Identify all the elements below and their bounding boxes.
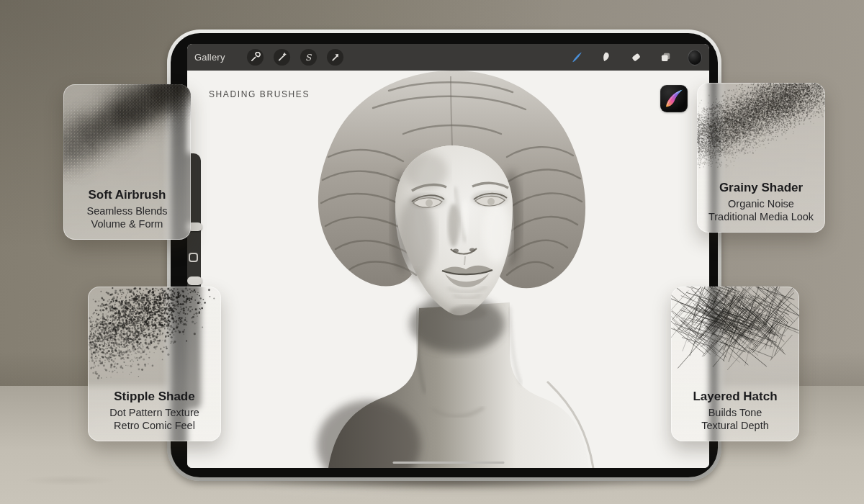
card-line: Builds Tone (671, 406, 799, 420)
actions-wrench-icon[interactable] (247, 49, 264, 66)
paint-brush-icon[interactable] (570, 50, 584, 65)
classical-bust-drawing (187, 71, 709, 468)
card-line: Textural Depth (671, 419, 799, 433)
brush-card-layered-hatch: Layered Hatch Builds Tone Textural Depth (671, 287, 799, 441)
layers-icon[interactable] (658, 50, 672, 65)
brush-card-grainy-shader: Grainy Shader Organic Noise Traditional … (697, 83, 825, 233)
card-line: Organic Noise (697, 197, 825, 211)
eraser-icon[interactable] (629, 50, 643, 65)
transform-arrow-icon[interactable] (327, 49, 343, 66)
card-text-block: Grainy Shader Organic Noise Traditional … (697, 181, 825, 224)
card-line: Traditional Media Look (697, 210, 825, 224)
procreate-screen: Gallery (187, 44, 709, 468)
brush-card-soft-airbrush: Soft Airbrush Seamless Blends Volume & F… (63, 84, 191, 240)
card-title: Layered Hatch (671, 390, 799, 404)
card-line: Volume & Form (63, 217, 191, 231)
selection-s-icon[interactable]: S (300, 49, 317, 66)
toolbar-right-group (570, 50, 702, 65)
airbrush-texture-swatch (63, 84, 191, 193)
brush-card-stipple-shade: Stipple Shade Dot Pattern Texture Retro … (88, 287, 221, 441)
active-color-circle (688, 50, 702, 66)
sidebar-modify-button[interactable] (189, 253, 198, 262)
card-text-block: Stipple Shade Dot Pattern Texture Retro … (88, 390, 221, 433)
gallery-button[interactable]: Gallery (194, 52, 225, 63)
home-indicator[interactable] (392, 462, 504, 464)
adjustments-wand-icon[interactable] (274, 49, 290, 66)
ipad-bezel: Gallery (171, 33, 718, 477)
grain-texture-swatch (697, 83, 825, 188)
brush-opacity-slider-thumb[interactable] (187, 276, 202, 285)
selection-s-letter: S (305, 53, 311, 62)
procreate-canvas[interactable]: SHADING BRUSHES (187, 71, 709, 468)
card-text-block: Soft Airbrush Seamless Blends Volume & F… (63, 188, 191, 231)
card-line: Retro Comic Feel (88, 419, 221, 433)
card-title: Soft Airbrush (63, 188, 191, 202)
color-swatch[interactable] (688, 50, 702, 65)
smudge-finger-icon[interactable] (599, 50, 613, 65)
toolbar-left-group: Gallery (194, 49, 343, 66)
card-line: Seamless Blends (63, 204, 191, 218)
hatch-texture-swatch (671, 287, 799, 395)
stipple-texture-swatch (88, 287, 221, 395)
card-text-block: Layered Hatch Builds Tone Textural Depth (671, 390, 799, 433)
ipad-device: Gallery (167, 30, 721, 481)
scene: Gallery (0, 0, 864, 504)
card-title: Grainy Shader (697, 181, 825, 195)
card-title: Stipple Shade (88, 390, 221, 404)
procreate-toolbar: Gallery (187, 44, 709, 71)
card-line: Dot Pattern Texture (88, 406, 221, 420)
